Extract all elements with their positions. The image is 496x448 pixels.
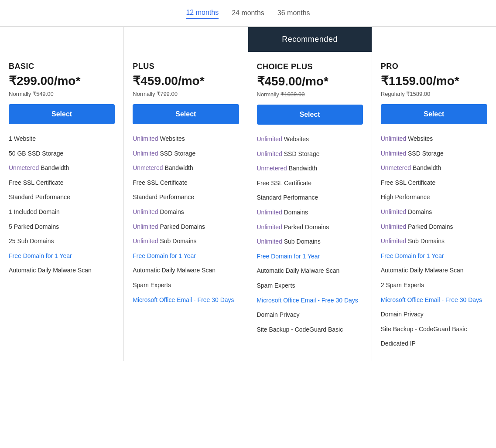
select-button-choice-plus[interactable]: Select [257,105,363,125]
feature-item: Unlimited Websites [381,135,487,143]
feature-item: 1 Included Domain [9,208,115,217]
plan-pro: PRO₹1159.00/mo*Regularly ₹1589.00SelectU… [372,27,496,361]
plan-normal-price-choice-plus: Normally ₹1039.00 [257,91,363,98]
feature-item: Unlimited Parked Domains [257,223,363,232]
feature-item: Domain Privacy [381,310,487,319]
feature-item: Free Domain for 1 Year [9,252,115,261]
plan-name-choice-plus: CHOICE PLUS [257,62,363,71]
feature-item: Free Domain for 1 Year [133,252,239,261]
feature-item: Automatic Daily Malware Scan [133,266,239,275]
plan-price-basic: ₹299.00/mo* [9,74,115,88]
feature-item: High Performance [381,193,487,202]
feature-item: Standard Performance [133,193,239,202]
feature-item: Site Backup - CodeGuard Basic [257,326,363,334]
feature-item: Free SSL Certificate [257,179,363,188]
features-list-basic: 1 Website50 GB SSD StorageUnmetered Band… [9,135,115,275]
recommended-banner: Recommended [248,27,372,52]
feature-item: 1 Website [9,135,115,143]
feature-item: Free SSL Certificate [9,179,115,187]
plan-price-choice-plus: ₹459.00/mo* [257,74,363,88]
feature-item: Unlimited Sub Domains [133,237,239,246]
feature-item: Unmetered Bandwidth [133,164,239,173]
select-button-plus[interactable]: Select [133,104,239,124]
plan-name-plus: PLUS [133,62,239,71]
feature-item: Microsoft Office Email - Free 30 Days [133,296,239,305]
plan-price-pro: ₹1159.00/mo* [381,74,487,88]
plan-name-basic: BASIC [9,62,115,71]
feature-item: Standard Performance [257,193,363,202]
plan-body-choice-plus: CHOICE PLUS₹459.00/mo*Normally ₹1039.00S… [248,52,372,347]
select-button-pro[interactable]: Select [381,104,487,124]
feature-item: Unlimited Domains [257,208,363,217]
feature-item: Unlimited Websites [257,135,363,144]
plan-basic: BASIC₹299.00/mo*Normally ₹549.00Select1 … [0,27,124,361]
feature-item: Unmetered Bandwidth [257,164,363,173]
plan-body-plus: PLUS₹459.00/mo*Normally ₹799.00SelectUnl… [124,51,247,317]
feature-item: Microsoft Office Email - Free 30 Days [381,296,487,305]
feature-item: Unlimited Parked Domains [133,223,239,231]
plan-body-basic: BASIC₹299.00/mo*Normally ₹549.00Select1 … [0,51,123,288]
feature-item: 25 Sub Domains [9,237,115,246]
feature-item: Spam Experts [257,282,363,290]
feature-item: Free SSL Certificate [381,179,487,187]
feature-item: Unlimited Sub Domains [381,237,487,246]
plan-plus: PLUS₹459.00/mo*Normally ₹799.00SelectUnl… [124,27,248,361]
plan-body-pro: PRO₹1159.00/mo*Regularly ₹1589.00SelectU… [372,51,496,361]
feature-item: Unmetered Bandwidth [381,164,487,173]
feature-item: Unlimited Websites [133,135,239,143]
tab-24months[interactable]: 24 months [232,9,264,19]
feature-item: Unlimited Sub Domains [257,238,363,246]
features-list-plus: Unlimited WebsitesUnlimited SSD StorageU… [133,135,239,304]
feature-item: Unlimited SSD Storage [381,149,487,158]
feature-item: Automatic Daily Malware Scan [381,266,487,275]
plan-spacer [372,27,496,51]
feature-item: Dedicated IP [381,339,487,348]
plan-spacer [124,27,247,51]
select-button-basic[interactable]: Select [9,104,115,124]
tab-12months[interactable]: 12 months [186,9,219,19]
feature-item: Unlimited SSD Storage [133,149,239,158]
page-wrapper: 12 months 24 months 36 months BASIC₹299.… [0,0,496,448]
feature-item: Unlimited Domains [133,208,239,217]
plan-spacer [0,27,123,51]
feature-item: 50 GB SSD Storage [9,149,115,158]
plan-name-pro: PRO [381,62,487,71]
feature-item: Site Backup - CodeGuard Basic [381,325,487,334]
plan-normal-price-basic: Normally ₹549.00 [9,91,115,97]
feature-item: 2 Spam Experts [381,281,487,290]
feature-item: Free SSL Certificate [133,179,239,187]
feature-item: Automatic Daily Malware Scan [9,266,115,275]
feature-item: Unlimited Domains [381,208,487,217]
feature-item: Free Domain for 1 Year [257,252,363,261]
feature-item: Microsoft Office Email - Free 30 Days [257,296,363,305]
feature-item: Standard Performance [9,193,115,202]
plan-price-plus: ₹459.00/mo* [133,74,239,88]
feature-item: Unmetered Bandwidth [9,164,115,173]
feature-item: Unlimited SSD Storage [257,150,363,159]
plan-normal-price-pro: Regularly ₹1589.00 [381,91,487,97]
plan-normal-price-plus: Normally ₹799.00 [133,91,239,97]
feature-item: Spam Experts [133,281,239,290]
features-list-pro: Unlimited WebsitesUnlimited SSD StorageU… [381,135,487,348]
period-tabs: 12 months 24 months 36 months [0,0,496,27]
feature-item: Domain Privacy [257,311,363,319]
features-list-choice-plus: Unlimited WebsitesUnlimited SSD StorageU… [257,135,363,334]
plan-choice-plus: RecommendedCHOICE PLUS₹459.00/mo*Normall… [248,27,372,361]
feature-item: 5 Parked Domains [9,223,115,231]
feature-item: Unlimited Parked Domains [381,223,487,231]
feature-item: Automatic Daily Malware Scan [257,267,363,275]
tab-36months[interactable]: 36 months [277,9,310,19]
plans-container: BASIC₹299.00/mo*Normally ₹549.00Select1 … [0,27,496,361]
feature-item: Free Domain for 1 Year [381,252,487,261]
